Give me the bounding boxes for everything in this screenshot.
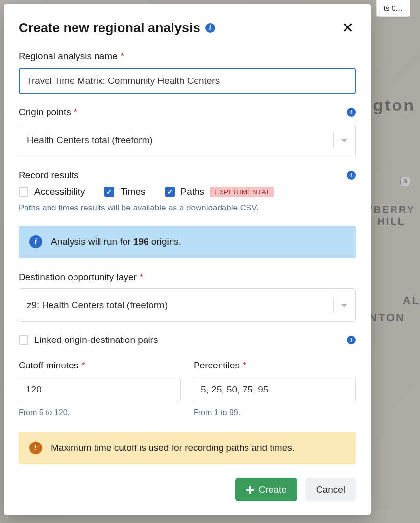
origin-count-suffix: origins. [149,236,182,247]
percentiles-input[interactable] [194,377,356,402]
cutoff-label-text: Cutoff minutes [19,360,78,371]
linked-pairs-label: Linked origin-destination pairs [34,335,158,345]
experimental-badge: EXPERIMENTAL [210,187,274,197]
linked-pairs-option[interactable]: Linked origin-destination pairs [19,335,158,345]
cancel-button-label: Cancel [316,484,345,495]
times-option[interactable]: Times [104,186,145,197]
modal-title: Create new regional analysis i [19,21,215,36]
info-icon[interactable]: i [205,23,215,33]
chevron-down-icon [341,139,347,142]
modal-title-text: Create new regional analysis [19,21,200,36]
modal-footer-buttons: Create Cancel [19,478,356,501]
info-icon[interactable]: i [347,108,356,117]
create-regional-analysis-modal: Create new regional analysis i ✕ Regiona… [4,4,371,515]
name-label-text: Regional analysis name [19,51,118,62]
paths-label: Paths [181,186,205,197]
destination-label-text: Destination opportunity layer [19,272,137,283]
record-results-title: Record results [19,170,79,181]
origin-count-text: Analysis will run for 196 origins. [51,236,181,247]
info-icon[interactable]: i [347,336,356,344]
destination-select-value: z9: Health Centers total (freeform) [27,300,168,311]
required-marker: * [121,51,124,62]
accessibility-checkbox[interactable] [19,187,28,197]
required-marker: * [140,272,143,283]
create-button[interactable]: Create [235,478,297,501]
name-label: Regional analysis name * [19,51,356,62]
select-divider [333,298,334,313]
cutoff-hint: From 5 to 120. [19,408,181,417]
plus-icon [246,486,254,494]
origin-count-banner: i Analysis will run for 196 origins. [19,226,356,258]
times-checkbox[interactable] [104,187,114,197]
percentiles-label: Percentiles * [194,360,356,371]
required-marker: * [243,360,246,371]
warning-text: Maximum time cutoff is used for recordin… [51,443,295,453]
record-results-helper: Paths and times results will be availabl… [19,203,356,213]
linked-pairs-checkbox[interactable] [19,335,28,345]
cutoff-percentiles-row: Cutoff minutes * From 5 to 120. Percenti… [19,360,356,430]
percentiles-label-text: Percentiles [194,360,240,371]
top-panel-fragment: ts 0… [376,0,410,17]
origin-count-value: 196 [133,236,149,247]
modal-header: Create new regional analysis i ✕ [19,19,356,37]
required-marker: * [81,360,85,371]
times-label: Times [120,186,145,197]
create-button-label: Create [259,484,287,495]
origin-select-value: Health Centers total (freeform) [27,135,153,146]
select-divider [333,133,334,148]
cutoff-minutes-input[interactable] [19,377,181,402]
origin-count-prefix: Analysis will run for [51,236,133,247]
info-icon: i [29,235,42,248]
destination-label: Destination opportunity layer * [19,272,356,283]
close-button[interactable]: ✕ [340,19,356,37]
accessibility-option[interactable]: Accessibility [19,186,85,197]
paths-checkbox[interactable] [165,187,175,197]
destination-layer-select[interactable]: z9: Health Centers total (freeform) [19,288,356,322]
linked-pairs-row: Linked origin-destination pairs i [19,335,356,345]
warning-icon: ! [29,442,42,454]
accessibility-label: Accessibility [34,186,85,197]
origin-points-select[interactable]: Health Centers total (freeform) [19,124,356,157]
origin-label-text: Origin points [19,107,71,118]
info-icon[interactable]: i [347,171,356,180]
origin-label: Origin points * [19,107,77,118]
cutoff-warning-banner: ! Maximum time cutoff is used for record… [19,432,356,464]
required-marker: * [74,107,77,118]
analysis-name-input[interactable] [19,68,356,94]
percentiles-hint: From 1 to 99. [194,408,356,417]
record-results-options: Accessibility Times Paths EXPERIMENTAL [19,186,356,197]
cutoff-label: Cutoff minutes * [19,360,181,371]
cancel-button[interactable]: Cancel [305,478,356,501]
chevron-down-icon [341,304,347,307]
paths-option[interactable]: Paths EXPERIMENTAL [165,186,275,197]
